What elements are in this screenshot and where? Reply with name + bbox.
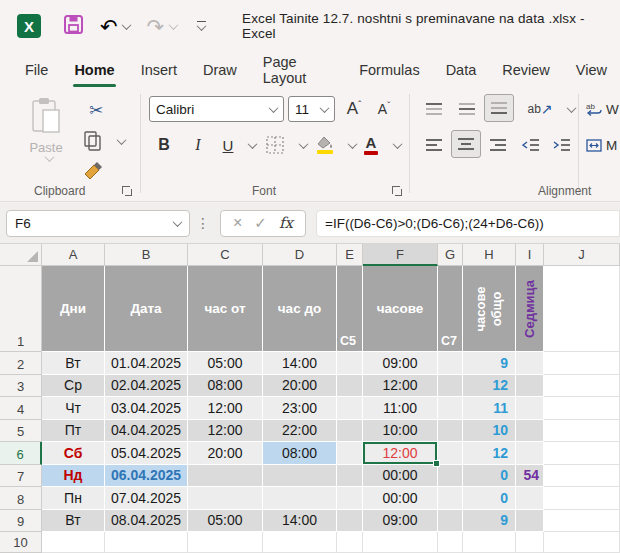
cell-I8[interactable]: [516, 487, 544, 510]
cell-H3[interactable]: 12: [463, 375, 516, 398]
save-icon[interactable]: [63, 14, 84, 39]
col-header-A[interactable]: A: [42, 244, 105, 266]
cell-E3[interactable]: [337, 375, 363, 398]
row-header-2[interactable]: 2: [0, 352, 42, 375]
cell-I6[interactable]: [516, 442, 544, 465]
font-dialog-launcher-icon[interactable]: [392, 186, 402, 196]
cell-J1[interactable]: [544, 266, 620, 352]
cell-D5[interactable]: 22:00: [263, 420, 337, 443]
increase-indent-button[interactable]: [549, 132, 575, 158]
name-box[interactable]: F6: [6, 210, 190, 237]
cell-C6[interactable]: 20:00: [188, 442, 263, 465]
col-header-B[interactable]: B: [105, 244, 188, 266]
col-header-I[interactable]: I: [516, 244, 544, 266]
cell-D3[interactable]: 20:00: [263, 375, 337, 398]
cell-A9[interactable]: Вт: [42, 510, 105, 533]
row-header-8[interactable]: 8: [0, 487, 42, 510]
cell-H4[interactable]: 11: [463, 397, 516, 420]
cell-D10[interactable]: [263, 532, 337, 553]
col-header-H[interactable]: H: [463, 244, 516, 266]
cell-G7[interactable]: [438, 465, 463, 488]
select-all-corner[interactable]: [0, 244, 42, 266]
cell-F5[interactable]: 10:00: [363, 420, 438, 443]
cell-E8[interactable]: [337, 487, 363, 510]
cell-F2[interactable]: 09:00: [363, 352, 438, 375]
col-header-C[interactable]: C: [188, 244, 263, 266]
cell-F9[interactable]: 09:00: [363, 510, 438, 533]
quick-access-customize-button[interactable]: [197, 21, 206, 31]
underline-button[interactable]: U: [216, 132, 240, 158]
cell-B9[interactable]: 08.04.2025: [105, 510, 188, 533]
cell-F8[interactable]: 00:00: [363, 487, 438, 510]
confirm-entry-icon[interactable]: ✓: [254, 214, 267, 232]
row-header-6[interactable]: 6: [0, 442, 42, 465]
col-header-E[interactable]: E: [337, 244, 363, 266]
format-painter-button[interactable]: [78, 158, 106, 184]
tab-home[interactable]: Home: [61, 54, 127, 86]
cell-G2[interactable]: [438, 352, 463, 375]
fill-color-dropdown-icon[interactable]: [348, 139, 358, 149]
cell-H5[interactable]: 10: [463, 420, 516, 443]
cell-C2[interactable]: 05:00: [188, 352, 263, 375]
orientation-dropdown-icon[interactable]: [567, 103, 577, 113]
cell-J9[interactable]: [544, 510, 620, 533]
cell-A2[interactable]: Вт: [42, 352, 105, 375]
cell-A4[interactable]: Чт: [42, 397, 105, 420]
row-header-7[interactable]: 7: [0, 465, 42, 488]
cell-D8[interactable]: [263, 487, 337, 510]
tab-draw[interactable]: Draw: [190, 54, 250, 86]
row-header-10[interactable]: 10: [0, 532, 42, 553]
cell-G9[interactable]: [438, 510, 463, 533]
tab-view[interactable]: View: [563, 54, 620, 86]
cell-B6[interactable]: 05.04.2025: [105, 442, 188, 465]
cell-D4[interactable]: 23:00: [263, 397, 337, 420]
cell-J4[interactable]: [544, 397, 620, 420]
cell-F6[interactable]: 12:00: [363, 442, 438, 465]
cell-J2[interactable]: [544, 352, 620, 375]
cell-H9[interactable]: 9: [463, 510, 516, 533]
insert-function-icon[interactable]: fx: [279, 214, 293, 232]
cell-B4[interactable]: 03.04.2025: [105, 397, 188, 420]
cell-A3[interactable]: Ср: [42, 375, 105, 398]
cell-E2[interactable]: [337, 352, 363, 375]
italic-button[interactable]: I: [186, 132, 210, 158]
merge-center-button[interactable]: M: [586, 132, 620, 158]
cell-F7[interactable]: 00:00: [363, 465, 438, 488]
font-color-button[interactable]: A: [358, 132, 384, 158]
align-center-button[interactable]: [451, 130, 481, 158]
cell-A7[interactable]: Нд: [42, 465, 105, 488]
tab-insert[interactable]: Insert: [128, 54, 190, 86]
cell-J5[interactable]: [544, 420, 620, 443]
col-header-J[interactable]: J: [544, 244, 620, 266]
cell-F10[interactable]: [363, 532, 438, 553]
cell-C3[interactable]: 08:00: [188, 375, 263, 398]
cell-G1[interactable]: C7: [438, 266, 463, 352]
cell-F4[interactable]: 11:00: [363, 397, 438, 420]
redo-button[interactable]: ↷: [146, 16, 177, 37]
cell-D2[interactable]: 14:00: [263, 352, 337, 375]
font-color-dropdown-icon[interactable]: [393, 139, 403, 149]
cell-A1[interactable]: Дни: [42, 266, 105, 352]
row-header-5[interactable]: 5: [0, 420, 42, 443]
cell-B7[interactable]: 06.04.2025: [105, 465, 188, 488]
cell-G4[interactable]: [438, 397, 463, 420]
row-header-3[interactable]: 3: [0, 375, 42, 398]
cut-button[interactable]: ✂: [82, 98, 110, 122]
cell-J7[interactable]: [544, 465, 620, 488]
cell-H2[interactable]: 9: [463, 352, 516, 375]
cell-I7[interactable]: 54: [516, 465, 544, 488]
cell-E4[interactable]: [337, 397, 363, 420]
cell-C9[interactable]: 05:00: [188, 510, 263, 533]
cell-I10[interactable]: [516, 532, 544, 553]
cell-B1[interactable]: Дата: [105, 266, 188, 352]
cell-A5[interactable]: Пт: [42, 420, 105, 443]
cell-B2[interactable]: 01.04.2025: [105, 352, 188, 375]
cell-C7[interactable]: [188, 465, 263, 488]
tab-formulas[interactable]: Formulas: [346, 54, 432, 86]
tab-page-layout[interactable]: Page Layout: [250, 46, 346, 94]
align-middle-button[interactable]: [453, 96, 481, 122]
row-header-4[interactable]: 4: [0, 397, 42, 420]
clipboard-dialog-launcher-icon[interactable]: [122, 186, 132, 196]
col-header-G[interactable]: G: [438, 244, 463, 266]
underline-dropdown-icon[interactable]: [248, 139, 258, 149]
